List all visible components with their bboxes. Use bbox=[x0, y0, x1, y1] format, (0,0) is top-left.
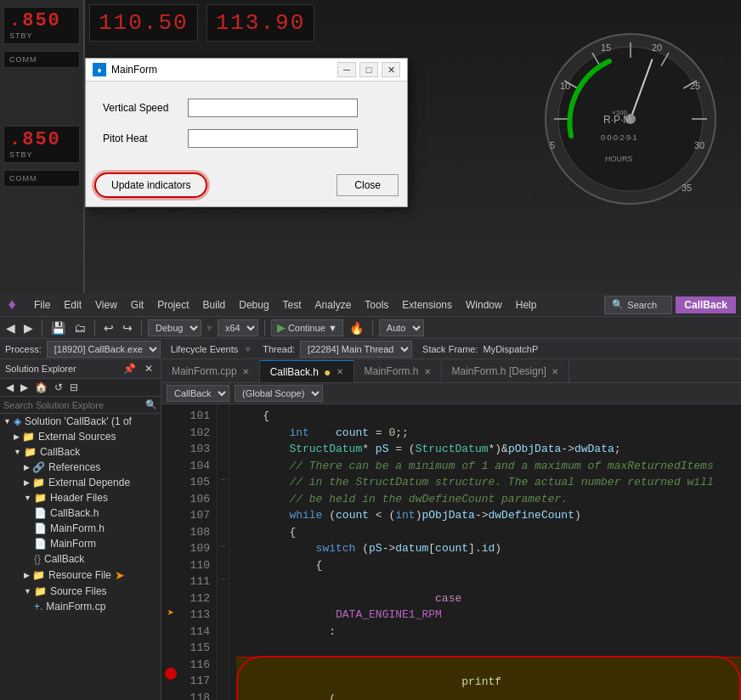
debug-exec-arrow-icon: ➤ bbox=[167, 606, 174, 620]
debug-config-select[interactable]: Debug bbox=[148, 319, 201, 336]
sidebar-item-callback-h[interactable]: 📄 CallBack.h bbox=[0, 505, 161, 521]
references-label: References bbox=[48, 461, 100, 473]
dialog-close-button[interactable]: ✕ bbox=[382, 62, 400, 77]
rpm-gauge: 5 10 15 20 25 30 35 0·0·0·2·9·1 HOURS R·… bbox=[537, 25, 733, 272]
mainform-cpp-label: MainForm.cp bbox=[46, 601, 105, 612]
sidebar-item-resource-files[interactable]: ▶ 📁 Resource File ➤ bbox=[0, 567, 161, 584]
menu-file[interactable]: File bbox=[27, 296, 57, 313]
sidebar-item-mainform-cpp[interactable]: +. MainForm.cp bbox=[0, 599, 161, 614]
resource-files-label: Resource File bbox=[48, 569, 111, 581]
svg-text:25: 25 bbox=[690, 81, 700, 91]
tab-mainform-cpp[interactable]: MainForm.cpp ✕ bbox=[161, 360, 260, 382]
tab-mainform-design-close[interactable]: ✕ bbox=[552, 367, 558, 376]
menu-test[interactable]: Test bbox=[276, 296, 308, 313]
vs-search-box[interactable]: 🔍 Search bbox=[604, 296, 672, 314]
header-files-icon: 📁 bbox=[34, 492, 47, 504]
menu-help[interactable]: Help bbox=[509, 296, 544, 313]
sidebar-item-source-files[interactable]: ▼ 📁 Source Files bbox=[0, 584, 161, 599]
menu-project[interactable]: Project bbox=[150, 296, 195, 313]
sidebar-home-button[interactable]: 🏠 bbox=[32, 381, 50, 394]
callback-top-tab[interactable]: CallBack bbox=[676, 296, 736, 313]
sidebar-item-mainform-h[interactable]: 📄 MainForm.h bbox=[0, 521, 161, 536]
sidebar-toolbar: ◀ ▶ 🏠 ↺ ⊟ bbox=[0, 379, 161, 397]
sidebar-item-mainform[interactable]: 📄 MainForm bbox=[0, 536, 161, 551]
dialog-app-icon: ♦ bbox=[93, 63, 106, 76]
fold-111[interactable]: ─ bbox=[218, 573, 229, 590]
sidebar-item-callback-obj[interactable]: {} CallBack bbox=[0, 551, 161, 567]
file-scope-select[interactable]: CallBack bbox=[167, 385, 229, 402]
sidebar-search-input[interactable] bbox=[3, 400, 142, 410]
nav-forward-button[interactable]: ▶ bbox=[21, 320, 36, 336]
line-101: { bbox=[236, 408, 741, 425]
display-comm-1: COMM bbox=[3, 51, 80, 68]
sidebar-collapse-button[interactable]: ⊟ bbox=[67, 381, 81, 394]
close-form-button[interactable]: Close bbox=[337, 174, 399, 196]
vertical-speed-input[interactable] bbox=[188, 99, 358, 117]
menu-view[interactable]: View bbox=[88, 296, 124, 313]
tab-mainform-design[interactable]: MainForm.h [Design] ✕ bbox=[442, 360, 569, 382]
sidebar-nav-forward-button[interactable]: ▶ bbox=[18, 381, 31, 394]
sidebar-item-external-sources[interactable]: ▶ 📁 External Sources bbox=[0, 429, 161, 444]
menu-tools[interactable]: Tools bbox=[358, 296, 395, 313]
code-content[interactable]: { int count = 0;; StructDatum* pS = (Str… bbox=[229, 404, 741, 700]
sidebar-nav-back-button[interactable]: ◀ bbox=[3, 381, 16, 394]
thread-select[interactable]: [22284] Main Thread bbox=[300, 341, 412, 358]
dialog-minimize-button[interactable]: ─ bbox=[337, 62, 356, 77]
menu-analyze[interactable]: Analyze bbox=[308, 296, 359, 313]
auto-select[interactable]: Auto bbox=[379, 319, 424, 336]
platform-select[interactable]: x64 bbox=[218, 319, 258, 336]
freq-box-1: 110.50 bbox=[89, 4, 198, 42]
line-gutter: ➤ bbox=[161, 404, 180, 700]
solution-label: Solution 'CallBack' (1 of bbox=[25, 415, 132, 427]
gutter-102 bbox=[161, 423, 180, 438]
code-body: ➤ 101 102 103 104 105 bbox=[161, 404, 741, 700]
menu-build[interactable]: Build bbox=[196, 296, 233, 313]
vs-search-area: 🔍 Search CallBack bbox=[604, 296, 741, 314]
nav-back-button[interactable]: ◀ bbox=[3, 320, 18, 336]
tab-mainform-h-close[interactable]: ✕ bbox=[424, 367, 431, 376]
save-all-button[interactable]: 🗂 bbox=[71, 320, 88, 336]
resource-files-icon: 📁 bbox=[32, 569, 45, 581]
sidebar-pin-button[interactable]: 📌 bbox=[121, 362, 139, 375]
sidebar-item-header-files[interactable]: ▼ 📁 Header Files bbox=[0, 490, 161, 505]
sidebar-item-external-depends[interactable]: ▶ 📁 External Depende bbox=[0, 475, 161, 490]
redo-button[interactable]: ↪ bbox=[120, 320, 135, 336]
callback-h-label: CallBack.h bbox=[50, 507, 99, 519]
undo-button[interactable]: ↩ bbox=[101, 320, 116, 336]
sidebar-item-callback[interactable]: ▼ 📁 CallBack bbox=[0, 444, 161, 460]
sidebar-close-icon[interactable]: ✕ bbox=[142, 362, 156, 375]
expand-arrow-external: ▶ bbox=[14, 432, 20, 441]
tab-mainform-cpp-close[interactable]: ✕ bbox=[242, 367, 249, 376]
references-icon: 🔗 bbox=[32, 461, 45, 473]
gutter-105 bbox=[161, 469, 180, 484]
pitot-heat-input[interactable] bbox=[188, 129, 358, 148]
stop-button[interactable]: 🔥 bbox=[347, 320, 366, 336]
menu-window[interactable]: Window bbox=[459, 296, 509, 313]
menu-edit[interactable]: Edit bbox=[57, 296, 88, 313]
header-files-label: Header Files bbox=[50, 492, 108, 504]
tab-callback-h-label: CallBack.h bbox=[270, 366, 319, 378]
tab-callback-h-close[interactable]: ✕ bbox=[337, 367, 343, 376]
continue-button[interactable]: ▶ Continue ▼ bbox=[271, 319, 343, 336]
dialog-maximize-button[interactable]: □ bbox=[359, 62, 378, 77]
menu-git[interactable]: Git bbox=[124, 296, 150, 313]
save-button[interactable]: 💾 bbox=[48, 320, 68, 336]
sidebar-item-solution[interactable]: ▼ ◈ Solution 'CallBack' (1 of bbox=[0, 414, 161, 429]
external-depends-label: External Depende bbox=[48, 477, 130, 488]
fold-109[interactable]: ─ bbox=[218, 540, 229, 557]
callback-obj-label: CallBack bbox=[44, 553, 84, 565]
update-indicators-button[interactable]: Update indicators bbox=[94, 172, 207, 198]
menu-extensions[interactable]: Extensions bbox=[395, 296, 459, 313]
menu-debug[interactable]: Debug bbox=[232, 296, 275, 313]
tab-callback-h[interactable]: CallBack.h ● ✕ bbox=[260, 360, 354, 382]
sidebar-refresh-button[interactable]: ↺ bbox=[52, 381, 65, 394]
symbol-scope-select[interactable]: (Global Scope) bbox=[235, 385, 323, 402]
tab-mainform-h[interactable]: MainForm.h ✕ bbox=[354, 360, 442, 382]
external-sources-folder-icon: 📁 bbox=[22, 431, 35, 443]
process-select[interactable]: [18920] CallBack.exe bbox=[47, 341, 161, 358]
fold-105[interactable]: ─ bbox=[218, 474, 229, 491]
sidebar-item-references[interactable]: ▶ 🔗 References bbox=[0, 460, 161, 475]
vertical-speed-field: Vertical Speed bbox=[103, 99, 390, 117]
svg-text:35: 35 bbox=[682, 183, 692, 193]
line-111: switch (pS->datum[count].id) bbox=[236, 540, 741, 557]
